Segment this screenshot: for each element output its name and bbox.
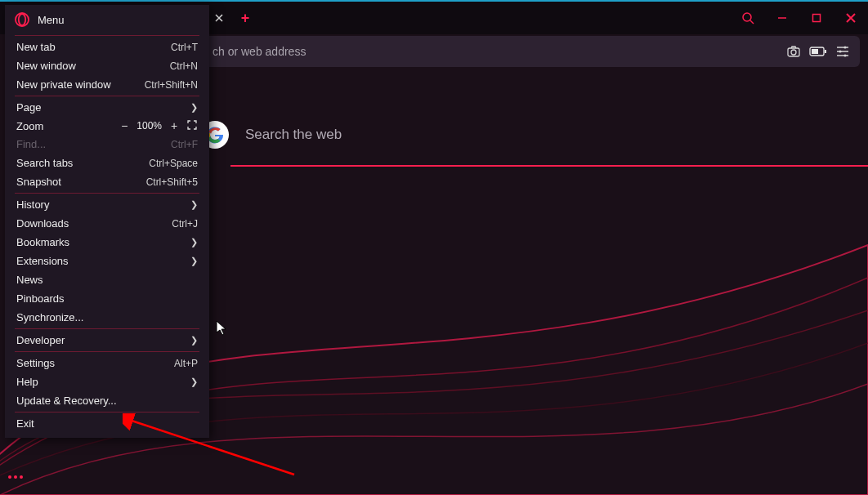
menu-separator: [15, 193, 199, 194]
menu-item-shortcut: Alt+P: [174, 358, 198, 369]
menu-item-label: Help: [16, 376, 186, 388]
menu-item-new-private-window[interactable]: New private window Ctrl+Shift+N: [5, 75, 209, 94]
zoom-out-button[interactable]: −: [119, 119, 130, 132]
menu-item-label: Page: [16, 101, 186, 114]
menu-item-label: Extensions: [16, 255, 186, 267]
speed-dial-search[interactable]: Search the web: [201, 121, 724, 149]
menu-item-news[interactable]: News: [5, 270, 209, 289]
menu-item-snapshot[interactable]: Snapshot Ctrl+Shift+5: [5, 172, 209, 191]
zoom-in-button[interactable]: +: [168, 119, 180, 132]
main-menu: Menu New tab Ctrl+T New window Ctrl+N Ne…: [5, 5, 209, 438]
chevron-right-icon: ❯: [190, 102, 198, 113]
menu-item-help[interactable]: Help ❯: [5, 372, 209, 391]
menu-item-label: Pinboards: [16, 292, 198, 305]
menu-item-label: New private window: [16, 78, 145, 91]
zoom-value: 100%: [136, 120, 162, 132]
menu-item-shortcut: Ctrl+F: [171, 139, 198, 150]
menu-item-bookmarks[interactable]: Bookmarks ❯: [5, 233, 209, 252]
menu-separator: [15, 412, 199, 412]
menu-item-downloads[interactable]: Downloads Ctrl+J: [5, 214, 209, 233]
menu-item-page[interactable]: Page ❯: [5, 98, 209, 117]
menu-item-label: New window: [16, 60, 170, 72]
menu-item-label: History: [16, 198, 186, 211]
menu-item-search-tabs[interactable]: Search tabs Ctrl+Space: [5, 154, 209, 172]
minimize-button[interactable]: [765, 2, 799, 34]
window-close-button[interactable]: [834, 2, 868, 34]
menu-item-label: Synchronize...: [16, 311, 198, 323]
menu-item-pinboards[interactable]: Pinboards: [5, 289, 209, 308]
menu-title: Menu: [38, 14, 65, 26]
menu-item-label: New tab: [16, 41, 171, 53]
menu-separator: [15, 96, 199, 96]
menu-item-shortcut: Ctrl+N: [170, 60, 198, 72]
svg-rect-2: [813, 15, 821, 22]
menu-item-shortcut: Ctrl+Space: [149, 158, 198, 169]
menu-item-zoom: Zoom − 100% +: [5, 117, 209, 135]
battery-saver-icon[interactable]: [806, 39, 830, 64]
menu-item-label: Snapshot: [16, 176, 146, 188]
address-input-fragment[interactable]: ch or web address: [213, 45, 781, 58]
menu-item-new-window[interactable]: New window Ctrl+N: [5, 56, 209, 75]
menu-header: Menu: [5, 9, 209, 33]
svg-point-8: [843, 46, 846, 48]
menu-item-label: Search tabs: [16, 157, 149, 169]
window-controls: [731, 2, 868, 34]
window-top-accent: [0, 0, 868, 2]
svg-point-9: [839, 50, 841, 52]
svg-point-12: [19, 14, 25, 25]
search-placeholder: Search the web: [245, 127, 342, 143]
svg-point-1: [743, 13, 751, 21]
easy-setup-icon[interactable]: [830, 39, 855, 64]
svg-rect-6: [812, 49, 818, 54]
menu-separator: [15, 35, 199, 36]
menu-item-label: Zoom: [16, 120, 112, 132]
menu-item-extensions[interactable]: Extensions ❯: [5, 252, 209, 270]
menu-item-label: Update & Recovery...: [16, 395, 198, 407]
svg-point-10: [843, 54, 846, 56]
opera-logo-icon: [15, 12, 29, 27]
svg-point-11: [16, 13, 29, 26]
svg-line-13: [129, 420, 294, 475]
svg-point-4: [791, 50, 796, 55]
menu-item-shortcut: Ctrl+T: [171, 42, 198, 53]
menu-item-shortcut: Ctrl+Shift+5: [146, 176, 198, 188]
menu-item-label: Settings: [16, 357, 174, 369]
svg-rect-7: [825, 50, 826, 53]
menu-separator: [15, 328, 199, 329]
snapshot-icon[interactable]: [781, 39, 806, 64]
menu-item-label: Developer: [16, 334, 186, 346]
maximize-button[interactable]: [799, 2, 834, 34]
menu-item-label: Downloads: [16, 217, 172, 230]
menu-item-label: News: [16, 274, 198, 286]
menu-item-developer[interactable]: Developer ❯: [5, 331, 209, 350]
tab-close-button[interactable]: [209, 8, 229, 28]
menu-item-shortcut: Ctrl+Shift+N: [145, 79, 198, 91]
chevron-right-icon: ❯: [190, 335, 198, 346]
mouse-cursor-icon: [216, 320, 229, 337]
menu-separator: [15, 351, 199, 352]
menu-item-update-recovery[interactable]: Update & Recovery...: [5, 391, 209, 410]
menu-item-settings[interactable]: Settings Alt+P: [5, 354, 209, 372]
menu-item-label: Bookmarks: [16, 236, 186, 248]
chevron-right-icon: ❯: [190, 256, 198, 266]
menu-item-shortcut: Ctrl+J: [172, 218, 198, 230]
annotation-arrow: [123, 413, 302, 479]
tab-strip: +: [209, 8, 255, 28]
search-underline: [230, 165, 868, 167]
search-in-tabs-button[interactable]: [731, 2, 765, 34]
chevron-right-icon: ❯: [190, 377, 198, 387]
new-tab-button[interactable]: +: [235, 8, 255, 28]
menu-item-new-tab[interactable]: New tab Ctrl+T: [5, 38, 209, 56]
menu-item-history[interactable]: History ❯: [5, 195, 209, 214]
menu-item-label: Find...: [16, 138, 171, 150]
sidebar-setup-button[interactable]: [3, 467, 28, 487]
menu-item-synchronize[interactable]: Synchronize...: [5, 308, 209, 327]
chevron-right-icon: ❯: [190, 237, 198, 247]
fullscreen-toggle-icon[interactable]: [186, 119, 198, 132]
chevron-right-icon: ❯: [190, 199, 198, 210]
menu-item-find: Find... Ctrl+F: [5, 135, 209, 154]
